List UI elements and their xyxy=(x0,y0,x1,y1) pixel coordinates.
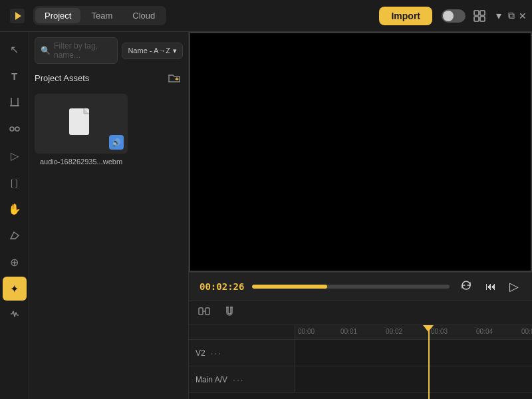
assets-header: Project Assets xyxy=(29,69,188,88)
timecode-display: 00:02:26 xyxy=(200,281,244,292)
sort-label: Name - A→Z xyxy=(128,47,170,55)
svg-rect-2 xyxy=(474,11,479,15)
ruler-mark-0: 00:00 xyxy=(298,328,315,335)
ruler-marks: 00:00 00:01 00:02 00:03 00:04 00:05 00:0… xyxy=(295,325,532,339)
rewind-button[interactable]: ⏮ xyxy=(483,279,499,294)
search-icon: 🔍 xyxy=(41,46,51,55)
track-label-v2: V2 ··· xyxy=(189,340,295,366)
assets-section-title: Project Assets xyxy=(35,73,89,83)
playback-controls: 00:02:26 ⏮ ▷ xyxy=(189,272,532,301)
svg-point-6 xyxy=(10,127,14,131)
assets-panel: 🔍 Filter by tag, name... Name - A→Z ▾ Pr… xyxy=(29,32,189,399)
tool-zoom[interactable]: ⊕ xyxy=(3,250,27,274)
window-resize-icon[interactable]: ⧉ xyxy=(508,10,515,21)
svg-rect-10 xyxy=(199,308,203,315)
svg-rect-5 xyxy=(480,17,485,21)
play-button[interactable]: ▷ xyxy=(507,278,521,295)
sort-dropdown[interactable]: Name - A→Z ▾ xyxy=(122,43,183,59)
assets-folder-icon[interactable] xyxy=(166,72,183,84)
ruler-mark-5: 00:05 xyxy=(521,328,532,335)
progress-bar[interactable] xyxy=(252,285,450,289)
loop-button[interactable] xyxy=(458,278,475,295)
tab-cloud[interactable]: Cloud xyxy=(123,8,164,23)
tool-eraser[interactable] xyxy=(3,223,27,247)
timeline: 00:00 00:01 00:02 00:03 00:04 00:05 00:0… xyxy=(189,301,532,399)
tool-pointer[interactable]: ↖ xyxy=(3,37,27,61)
asset-filename: audio-168262935...webm xyxy=(40,158,122,166)
tab-team[interactable]: Team xyxy=(82,8,122,23)
track-name-main: Main A/V xyxy=(196,375,227,384)
assets-grid: 🔊 audio-168262935...webm xyxy=(29,88,188,399)
progress-fill xyxy=(252,285,327,289)
ruler-mark-2: 00:02 xyxy=(386,328,402,335)
tab-group: Project Team Cloud xyxy=(33,6,166,25)
svg-marker-8 xyxy=(11,232,19,239)
import-button[interactable]: Import xyxy=(379,7,432,25)
track-label-main: Main A/V ··· xyxy=(189,366,295,392)
ruler-track-label-spacer xyxy=(189,325,295,339)
track-options-v2[interactable]: ··· xyxy=(211,348,223,358)
ruler-mark-4: 00:04 xyxy=(476,328,493,335)
app-logo xyxy=(5,9,29,23)
search-area: 🔍 Filter by tag, name... Name - A→Z ▾ xyxy=(29,32,188,69)
layout-icon[interactable] xyxy=(471,9,488,23)
logo-icon xyxy=(10,9,25,23)
audio-badge: 🔊 xyxy=(109,135,124,150)
svg-rect-11 xyxy=(205,308,209,315)
timeline-ruler: 00:00 00:01 00:02 00:03 00:04 00:05 00:0… xyxy=(189,325,532,340)
tool-text[interactable]: T xyxy=(3,64,27,88)
track-row-main: Main A/V ··· xyxy=(189,366,532,393)
timeline-toolbar xyxy=(189,301,532,325)
track-options-main[interactable]: ··· xyxy=(233,374,245,385)
asset-thumbnail: 🔊 xyxy=(35,94,128,154)
svg-rect-3 xyxy=(480,11,485,15)
asset-item[interactable]: 🔊 audio-168262935...webm xyxy=(35,94,128,166)
tool-arrow[interactable]: ▷ xyxy=(3,144,27,168)
svg-point-7 xyxy=(15,127,19,131)
search-box[interactable]: 🔍 Filter by tag, name... xyxy=(35,37,118,64)
top-controls: ▾ xyxy=(442,8,504,23)
video-preview xyxy=(189,32,532,272)
playhead-arrow xyxy=(423,325,434,332)
tool-audio[interactable] xyxy=(3,303,27,327)
timeline-magnet-icon[interactable] xyxy=(219,303,239,323)
track-row-v2: V2 ··· xyxy=(189,340,532,366)
timeline-tracks: V2 ··· Main A/V ··· xyxy=(189,340,532,399)
tool-hand[interactable]: ✋ xyxy=(3,197,27,221)
tool-bracket[interactable]: [ ] xyxy=(3,170,27,194)
track-content-v2[interactable] xyxy=(295,340,532,366)
tool-crop[interactable] xyxy=(3,90,27,114)
top-bar: Project Team Cloud Import ▾ ⧉ ✕ xyxy=(0,0,532,32)
tool-effects[interactable]: ✦ xyxy=(3,277,27,301)
chevron-down-icon[interactable]: ▾ xyxy=(493,8,504,23)
main-layout: ↖ T ▷ [ ] ✋ ⊕ ✦ xyxy=(0,32,532,399)
tab-project[interactable]: Project xyxy=(35,8,80,23)
track-content-main[interactable] xyxy=(295,366,532,392)
ruler-mark-1: 00:01 xyxy=(340,328,357,335)
search-placeholder: Filter by tag, name... xyxy=(54,41,112,60)
window-controls: ⧉ ✕ xyxy=(508,10,527,21)
toggle-switch[interactable] xyxy=(442,9,466,23)
tool-multi[interactable] xyxy=(3,117,27,141)
track-name-v2: V2 xyxy=(196,348,205,358)
sort-chevron-icon: ▾ xyxy=(173,47,177,55)
file-icon xyxy=(68,107,94,140)
svg-rect-4 xyxy=(474,17,479,21)
left-toolbar: ↖ T ▷ [ ] ✋ ⊕ ✦ xyxy=(0,32,29,399)
timeline-snap-icon[interactable] xyxy=(194,303,214,323)
window-close-icon[interactable]: ✕ xyxy=(519,10,527,21)
